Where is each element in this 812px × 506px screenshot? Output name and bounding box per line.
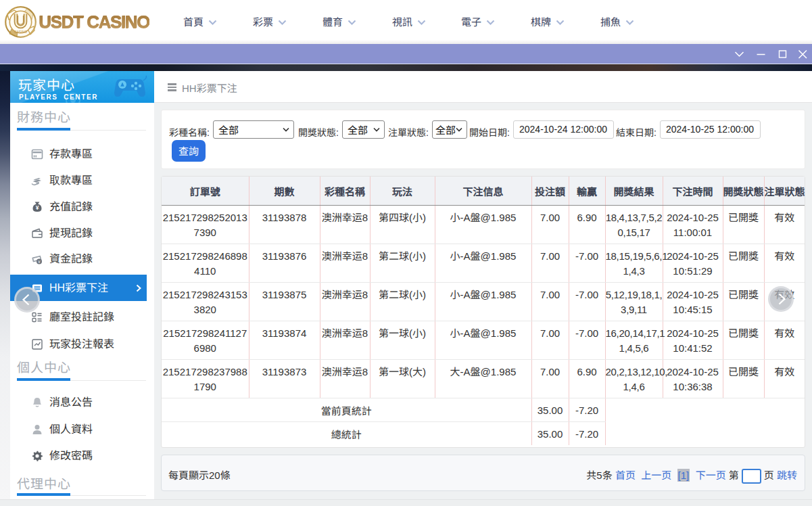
- svg-text:CASINO: CASINO: [14, 30, 27, 34]
- svg-text:¥: ¥: [36, 204, 39, 211]
